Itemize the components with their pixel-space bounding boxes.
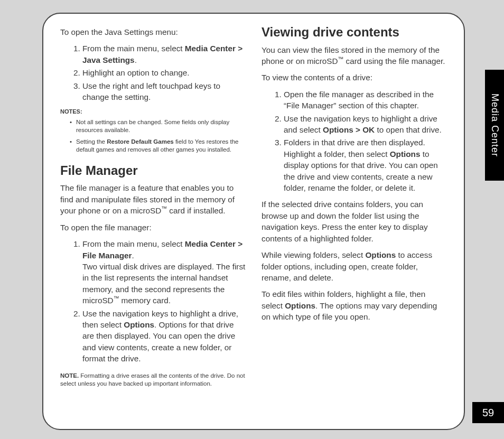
viewing-drive-intro: You can view the files stored in the mem… [262, 44, 447, 67]
page-number: 59 [472, 402, 504, 423]
file-manager-open-intro: To open the file manager: [60, 222, 246, 233]
view-contents-intro: To view the contents of a drive: [262, 72, 447, 83]
view-contents-steps: Open the file manager as described in th… [262, 89, 447, 194]
view-step-2: Use the navigation keys to highlight a d… [284, 113, 447, 136]
java-settings-steps: From the main menu, select Media Center … [60, 43, 246, 102]
java-step-3: Use the right and left touchpad keys to … [82, 80, 246, 103]
java-step-1: From the main menu, select Media Center … [82, 43, 246, 66]
trademark-icon: ™ [161, 205, 167, 211]
note-1: Not all settings can be changed. Some fi… [70, 118, 246, 135]
java-step-2: Highlight an option to change. [82, 67, 246, 78]
folder-options-para: While viewing folders, select Options to… [262, 249, 447, 283]
format-note: NOTE. Formatting a drive erases all the … [60, 372, 246, 388]
note-2: Setting the Restore Default Games field … [70, 138, 246, 154]
viewing-drive-heading: Viewing drive contents [262, 23, 447, 41]
notes-label: NOTES: [60, 108, 246, 116]
browse-folders-para: If the selected drive contains folders, … [262, 199, 447, 244]
section-tab-label: Media Center [489, 94, 500, 157]
two-column-layout: To open the Java Settings menu: From the… [60, 23, 447, 418]
java-settings-intro: To open the Java Settings menu: [60, 26, 246, 38]
edit-files-para: To edit files within folders, highlight … [262, 288, 447, 322]
trademark-icon: ™ [338, 55, 344, 62]
file-manager-steps: From the main menu, select Media Center … [60, 238, 246, 364]
file-manager-intro: The file manager is a feature that enabl… [60, 182, 246, 216]
view-step-3: Folders in that drive are then displayed… [284, 137, 447, 193]
trademark-icon: ™ [114, 295, 119, 301]
left-column: To open the Java Settings menu: From the… [60, 23, 246, 418]
file-manager-heading: File Manager [60, 162, 246, 180]
section-tab: Media Center [485, 70, 504, 181]
view-step-1: Open the file manager as described in th… [284, 89, 447, 111]
right-column: Viewing drive contents You can view the … [262, 23, 447, 418]
fm-step-1: From the main menu, select Media Center … [82, 238, 246, 306]
fm-step-2: Use the navigation keys to highlight a d… [82, 308, 246, 365]
manual-page: To open the Java Settings menu: From the… [42, 13, 465, 430]
notes-list: Not all settings can be changed. Some fi… [60, 118, 246, 154]
